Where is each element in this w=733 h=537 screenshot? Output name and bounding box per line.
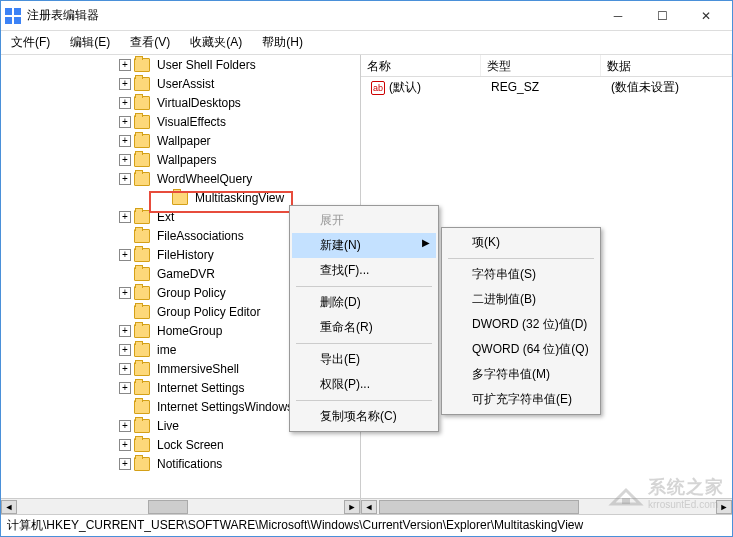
context-menu: 展开 新建(N) ▶ 查找(F)... 删除(D) 重命名(R) 导出(E) 权… (289, 205, 439, 432)
window-controls: ─ ☐ ✕ (596, 2, 728, 30)
ctx-export[interactable]: 导出(E) (292, 347, 436, 372)
folder-icon (134, 153, 150, 167)
watermark-logo-icon (608, 478, 644, 508)
tree-item-label: HomeGroup (154, 323, 225, 339)
folder-icon (134, 381, 150, 395)
menu-edit[interactable]: 编辑(E) (66, 32, 114, 53)
folder-icon (134, 172, 150, 186)
tree-item[interactable]: +Lock Screen (1, 435, 360, 454)
folder-icon (134, 362, 150, 376)
ctx-new-expandstring[interactable]: 可扩充字符串值(E) (444, 387, 598, 412)
ctx-new-binary[interactable]: 二进制值(B) (444, 287, 598, 312)
expand-toggle-icon[interactable]: + (119, 59, 131, 71)
tree-item[interactable]: +UserAssist (1, 74, 360, 93)
scroll-left-button[interactable]: ◄ (1, 500, 17, 514)
svg-rect-0 (5, 8, 12, 15)
title-bar: 注册表编辑器 ─ ☐ ✕ (1, 1, 732, 31)
maximize-button[interactable]: ☐ (640, 2, 684, 30)
ctx-new-key[interactable]: 项(K) (444, 230, 598, 255)
tree-item[interactable]: +WordWheelQuery (1, 169, 360, 188)
scroll-left-button[interactable]: ◄ (361, 500, 377, 514)
ctx-delete[interactable]: 删除(D) (292, 290, 436, 315)
scroll-right-button[interactable]: ► (344, 500, 360, 514)
expand-toggle-icon[interactable]: + (119, 78, 131, 90)
separator (296, 286, 432, 287)
tree-item-label: MultitaskingView (192, 190, 287, 206)
expand-toggle-icon[interactable]: + (119, 249, 131, 261)
expand-toggle-icon[interactable]: + (119, 116, 131, 128)
close-button[interactable]: ✕ (684, 2, 728, 30)
ctx-new[interactable]: 新建(N) ▶ (292, 233, 436, 258)
context-submenu-new: 项(K) 字符串值(S) 二进制值(B) DWORD (32 位)值(D) QW… (441, 227, 601, 415)
expand-toggle-icon[interactable]: + (119, 154, 131, 166)
tree-item-label: FileAssociations (154, 228, 247, 244)
ctx-new-dword[interactable]: DWORD (32 位)值(D) (444, 312, 598, 337)
menu-favorites[interactable]: 收藏夹(A) (186, 32, 246, 53)
expand-toggle-icon[interactable]: + (119, 287, 131, 299)
string-value-icon: ab (371, 81, 385, 95)
folder-icon (134, 438, 150, 452)
col-data[interactable]: 数据 (601, 55, 732, 76)
tree-item-label: Live (154, 418, 182, 434)
tree-item[interactable]: +Wallpaper (1, 131, 360, 150)
tree-item[interactable]: +VisualEffects (1, 112, 360, 131)
expand-toggle-icon[interactable]: + (119, 363, 131, 375)
ctx-permissions[interactable]: 权限(P)... (292, 372, 436, 397)
folder-icon (134, 400, 150, 414)
expand-toggle-icon[interactable]: + (119, 420, 131, 432)
col-type[interactable]: 类型 (481, 55, 601, 76)
tree-item[interactable]: +VirtualDesktops (1, 93, 360, 112)
scroll-thumb[interactable] (379, 500, 579, 514)
tree-item-label: VisualEffects (154, 114, 229, 130)
folder-icon (134, 286, 150, 300)
tree-item-label: Group Policy (154, 285, 229, 301)
tree-item[interactable]: +Notifications (1, 454, 360, 473)
ctx-rename[interactable]: 重命名(R) (292, 315, 436, 340)
expand-toggle-icon[interactable]: + (119, 135, 131, 147)
cell-type: REG_SZ (485, 80, 605, 94)
tree-hscrollbar[interactable]: ◄ ► (1, 498, 360, 514)
tree-item[interactable]: +User Shell Folders (1, 55, 360, 74)
expand-toggle-icon[interactable]: + (119, 439, 131, 451)
expand-toggle-icon[interactable]: + (119, 173, 131, 185)
folder-icon (134, 96, 150, 110)
folder-icon (134, 229, 150, 243)
expand-toggle-icon[interactable]: + (119, 344, 131, 356)
menu-view[interactable]: 查看(V) (126, 32, 174, 53)
col-name[interactable]: 名称 (361, 55, 481, 76)
folder-icon (134, 134, 150, 148)
expand-toggle-icon[interactable]: + (119, 325, 131, 337)
folder-icon (134, 324, 150, 338)
tree-item-label: Ext (154, 209, 177, 225)
tree-item-label: GameDVR (154, 266, 218, 282)
value-row[interactable]: ab(默认) REG_SZ (数值未设置) (361, 77, 732, 97)
cell-data: (数值未设置) (605, 79, 685, 96)
menu-help[interactable]: 帮助(H) (258, 32, 307, 53)
ctx-copy-key-name[interactable]: 复制项名称(C) (292, 404, 436, 429)
scroll-track[interactable] (17, 500, 344, 514)
expand-toggle-icon[interactable]: + (119, 382, 131, 394)
expand-toggle-icon[interactable]: + (119, 458, 131, 470)
folder-icon (134, 77, 150, 91)
folder-icon (134, 267, 150, 281)
ctx-find[interactable]: 查找(F)... (292, 258, 436, 283)
ctx-new-string[interactable]: 字符串值(S) (444, 262, 598, 287)
ctx-expand[interactable]: 展开 (292, 208, 436, 233)
tree-item-label: VirtualDesktops (154, 95, 244, 111)
tree-item-label: UserAssist (154, 76, 217, 92)
folder-icon (134, 305, 150, 319)
ctx-new-qword[interactable]: QWORD (64 位)值(Q) (444, 337, 598, 362)
menu-file[interactable]: 文件(F) (7, 32, 54, 53)
tree-item-label: FileHistory (154, 247, 217, 263)
expand-toggle-icon[interactable]: + (119, 211, 131, 223)
tree-item[interactable]: +Wallpapers (1, 150, 360, 169)
folder-icon (134, 210, 150, 224)
scroll-thumb[interactable] (148, 500, 188, 514)
values-header: 名称 类型 数据 (361, 55, 732, 77)
minimize-button[interactable]: ─ (596, 2, 640, 30)
expand-toggle-icon[interactable]: + (119, 97, 131, 109)
ctx-new-multistring[interactable]: 多字符串值(M) (444, 362, 598, 387)
folder-icon (134, 419, 150, 433)
folder-icon (134, 115, 150, 129)
separator (296, 343, 432, 344)
